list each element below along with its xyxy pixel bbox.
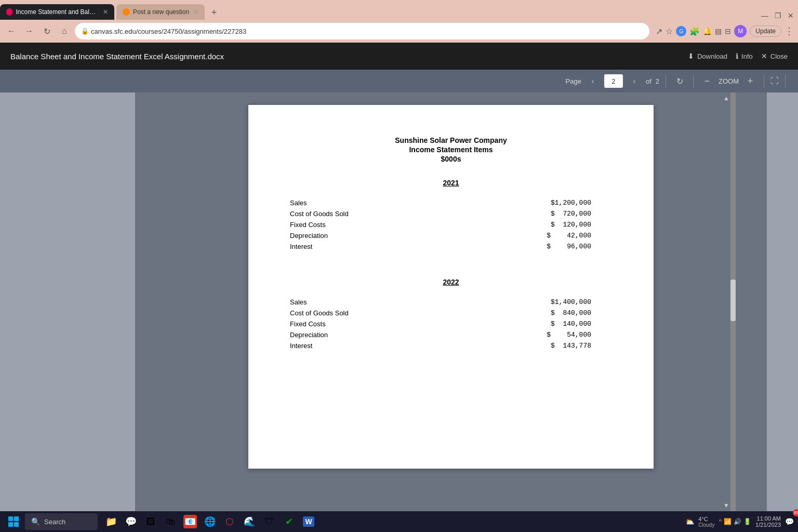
item-value: $1,400,000: [394, 297, 612, 308]
weather-info: 4°C Cloudy: [698, 516, 714, 528]
scrollbar-thumb[interactable]: [730, 280, 736, 321]
item-label: Interest: [290, 340, 394, 351]
tab-income-statement[interactable]: Income Statement and Balance S ✕: [0, 4, 114, 20]
address-bar[interactable]: 🔒 canvas.sfc.edu/courses/24750/assignmen…: [75, 23, 649, 39]
lock-icon: 🔒: [81, 28, 89, 35]
zoom-in-button[interactable]: +: [743, 74, 757, 88]
taskbar-app-mail[interactable]: 📧85: [181, 512, 200, 531]
extension-icon[interactable]: 🧩: [689, 26, 700, 36]
svg-rect-2: [8, 522, 13, 527]
tab-close-1[interactable]: ✕: [103, 8, 108, 16]
document-unit: $000s: [290, 155, 612, 163]
taskbar-app-word[interactable]: W: [299, 512, 318, 531]
info-button[interactable]: ℹ Info: [736, 52, 753, 60]
extension2-icon[interactable]: 🔔: [703, 27, 712, 35]
item-value: $ 96,000: [394, 241, 612, 252]
maximize-button[interactable]: ❐: [775, 11, 781, 20]
scroll-down-indicator[interactable]: ▼: [721, 500, 732, 511]
taskbar-app-office[interactable]: ⬡: [220, 512, 239, 531]
item-label: Sales: [290, 297, 394, 308]
bookmark-icon[interactable]: ☆: [666, 26, 673, 36]
reload-button[interactable]: ↻: [39, 24, 54, 38]
date-display: 1/21/2023: [755, 522, 781, 528]
taskbar-app-photos2[interactable]: 🌐: [201, 512, 219, 531]
new-tab-button[interactable]: +: [207, 5, 221, 20]
page-label: Page: [566, 77, 581, 85]
divider-3: [764, 75, 764, 87]
taskbar-search[interactable]: 🔍 Search: [25, 513, 98, 530]
up-arrow-icon[interactable]: ^: [719, 518, 722, 525]
next-page-button[interactable]: ›: [627, 74, 642, 88]
expand-button[interactable]: ⛶: [770, 76, 779, 86]
table-row: Interest $ 143,778: [290, 340, 612, 351]
menu-button[interactable]: ⋮: [784, 25, 794, 37]
item-value: $1,200,000: [394, 197, 612, 208]
item-label: Fixed Costs: [290, 318, 394, 329]
split-icon[interactable]: ⊟: [725, 27, 731, 35]
tab-close-2[interactable]: ✕: [193, 8, 198, 16]
prev-page-button[interactable]: ‹: [586, 74, 600, 88]
close-doc-button[interactable]: ✕ Close: [761, 52, 788, 60]
start-button[interactable]: [4, 512, 23, 531]
item-value: $ 120,000: [394, 219, 612, 230]
weather-icon: ⛅: [685, 517, 694, 526]
weather-widget: ⛅: [685, 517, 694, 526]
taskbar-app-edge[interactable]: 🌊: [240, 512, 259, 531]
table-row: Interest $ 96,000: [290, 241, 612, 252]
profile-icon[interactable]: M: [734, 25, 747, 37]
table-row: Sales $1,400,000: [290, 297, 612, 308]
tab-favicon-2: [123, 8, 130, 16]
weather-desc: Cloudy: [698, 522, 714, 528]
home-button[interactable]: ⌂: [57, 24, 72, 38]
taskbar-app-security[interactable]: 🛡: [260, 512, 278, 531]
back-button[interactable]: ←: [4, 24, 19, 38]
battery-icon[interactable]: 🔋: [743, 518, 751, 525]
page-of-label: of: [646, 77, 651, 85]
clock[interactable]: 11:00 AM 1/21/2023: [755, 515, 781, 528]
item-label: Sales: [290, 197, 394, 208]
item-label: Depreciation: [290, 329, 394, 340]
notification-button[interactable]: 💬: [785, 517, 794, 526]
taskbar: 🔍 Search 📁 💬 🖼 🛍 📧85 🌐 ⬡ 🌊 🛡: [0, 511, 798, 532]
item-value: $ 720,000: [394, 208, 612, 219]
divider-2: [693, 75, 694, 87]
taskbar-apps: 📁 💬 🖼 🛍 📧85 🌐 ⬡ 🌊 🛡 ✔ W: [102, 512, 683, 531]
sidebar-icon[interactable]: ▤: [715, 27, 722, 35]
table-row: Fixed Costs $ 120,000: [290, 219, 612, 230]
share-icon[interactable]: ↗: [656, 26, 662, 36]
scrollbar-track[interactable]: [730, 92, 736, 511]
close-window-button[interactable]: ✕: [788, 11, 794, 20]
zoom-label: ZOOM: [719, 77, 739, 85]
taskbar-app-store[interactable]: 🛍: [161, 512, 180, 531]
windows-logo-icon: [8, 516, 19, 527]
item-label: Cost of Goods Sold: [290, 308, 394, 318]
page-number-input[interactable]: 2: [604, 74, 623, 88]
forward-button[interactable]: →: [22, 24, 36, 38]
taskbar-app-chat[interactable]: 💬: [122, 512, 140, 531]
taskbar-app-photos[interactable]: 🖼: [141, 512, 160, 531]
item-value: $ 143,778: [394, 340, 612, 351]
page-navigation-bar: Page ‹ 2 › of 2 ↻ − ZOOM + ⛶: [0, 70, 798, 92]
sidebar-right: [767, 92, 798, 511]
tab-favicon-1: [6, 8, 12, 16]
download-icon: ⬇: [688, 52, 694, 60]
time-display: 11:00 AM: [757, 515, 781, 522]
table-row: Fixed Costs $ 140,000: [290, 318, 612, 329]
taskbar-app-check[interactable]: ✔: [280, 512, 298, 531]
document-subtitle: Income Statement Items: [290, 145, 612, 154]
tab-label-1: Income Statement and Balance S: [16, 8, 99, 16]
tab-post-question[interactable]: Post a new question ✕: [116, 4, 205, 20]
google-icon: G: [676, 26, 686, 36]
minimize-button[interactable]: —: [761, 11, 768, 20]
network-icon[interactable]: 📶: [724, 518, 732, 525]
taskbar-app-explorer[interactable]: 📁: [102, 512, 121, 531]
volume-icon[interactable]: 🔊: [734, 518, 741, 525]
item-value: $ 140,000: [394, 318, 612, 329]
download-button[interactable]: ⬇ Download: [688, 52, 727, 60]
zoom-out-button[interactable]: −: [700, 74, 714, 88]
refresh-button[interactable]: ↻: [672, 74, 687, 88]
search-label: Search: [44, 518, 65, 526]
table-row: Cost of Goods Sold $ 720,000: [290, 208, 612, 219]
update-button[interactable]: Update: [750, 25, 781, 37]
item-value: $ 840,000: [394, 308, 612, 318]
